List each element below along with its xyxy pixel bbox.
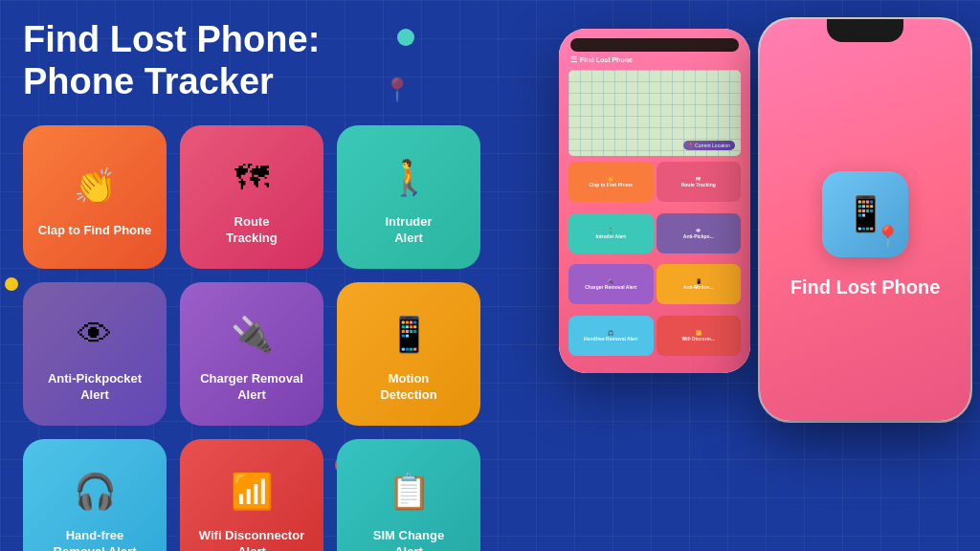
app-title: Find Lost Phone: Phone Tracker <box>23 19 517 102</box>
front-phone-app-name: Find Lost Phone <box>791 276 941 298</box>
motion-label: MotionDetection <box>380 371 436 404</box>
sim-icon: 📋 <box>380 463 437 520</box>
mini-card-motion-mini: 📱Anti-Motion... <box>657 264 742 304</box>
mini-card-route: 🗺Route Tracking <box>657 162 742 202</box>
intruder-label: IntruderAlert <box>385 214 432 247</box>
feature-card-intruder[interactable]: 🚶 IntruderAlert <box>337 125 480 269</box>
pickpocket-label: Anti-PickpocketAlert <box>48 371 142 404</box>
handfree-icon: 🎧 <box>66 463 123 520</box>
wifi-label: Wifi DisconnectorAlert <box>199 528 304 551</box>
mini-card-clap: 👏Clap to Find Phone <box>568 162 654 202</box>
app-icon: 📱 📍 <box>822 171 908 257</box>
phone-notch <box>827 19 903 42</box>
motion-icon: 📱 <box>380 306 437 364</box>
feature-card-route[interactable]: 🗺 RouteTracking <box>180 125 323 269</box>
mini-card-charger: 🔌Charger Removal Alert <box>568 264 654 304</box>
phone-front: 📱 📍 Find Lost Phone <box>760 19 970 421</box>
mini-card-wifi: 📶Wifi Disconn... <box>657 316 742 356</box>
charger-icon: 🔌 <box>223 306 280 364</box>
route-icon: 🗺 <box>223 149 280 207</box>
mini-card-handfree: 🎧Handfree Removal Alert <box>568 316 654 356</box>
mini-app-bar: ☰ Find Lost Phone <box>567 54 743 66</box>
mini-card-pickpocket: 👁Anti-Pickpo... <box>657 213 742 253</box>
handfree-label: Hand-freeRemoval Alert <box>54 528 137 551</box>
feature-card-handfree[interactable]: 🎧 Hand-freeRemoval Alert <box>23 439 167 551</box>
sim-label: SIM ChangeAlert <box>373 528 444 551</box>
feature-card-charger[interactable]: 🔌 Charger RemovalAlert <box>180 282 323 426</box>
mini-notch <box>570 38 739 52</box>
phones-panel: ☰ Find Lost Phone 📍 Current Location 👏Cl… <box>540 0 980 551</box>
pin-icon: 📍 <box>875 225 901 250</box>
feature-card-clap[interactable]: 👏 Clap to Find Phone <box>23 125 167 269</box>
clap-icon: 👏 <box>66 158 123 215</box>
feature-card-sim[interactable]: 📋 SIM ChangeAlert <box>337 439 480 551</box>
phone-back-screen: ☰ Find Lost Phone 📍 Current Location 👏Cl… <box>559 29 750 373</box>
route-label: RouteTracking <box>226 214 277 247</box>
feature-card-wifi[interactable]: 📶 Wifi DisconnectorAlert <box>180 439 323 551</box>
phone-back: ☰ Find Lost Phone 📍 Current Location 👏Cl… <box>559 29 750 373</box>
wifi-icon: 📶 <box>223 463 280 520</box>
intruder-icon: 🚶 <box>380 149 437 207</box>
mini-card-intruder: 🚶Intruder Alert <box>568 213 654 253</box>
feature-card-pickpocket[interactable]: 👁 Anti-PickpocketAlert <box>23 282 167 426</box>
mini-map: 📍 Current Location <box>568 70 741 156</box>
pickpocket-icon: 👁 <box>66 306 123 364</box>
mini-feature-grid: 👏Clap to Find Phone 🗺Route Tracking 🚶Int… <box>567 160 743 365</box>
charger-label: Charger RemovalAlert <box>200 371 303 404</box>
phone-front-screen: 📱 📍 Find Lost Phone <box>760 19 970 421</box>
feature-grid: 👏 Clap to Find Phone 🗺 RouteTracking 🚶 I… <box>23 125 517 551</box>
dot-yellow <box>5 277 18 291</box>
mini-current-location-btn: 📍 Current Location <box>683 141 735 150</box>
clap-label: Clap to Find Phone <box>38 223 151 239</box>
feature-card-motion[interactable]: 📱 MotionDetection <box>337 282 480 426</box>
left-panel: Find Lost Phone: Phone Tracker 👏 Clap to… <box>19 19 517 551</box>
